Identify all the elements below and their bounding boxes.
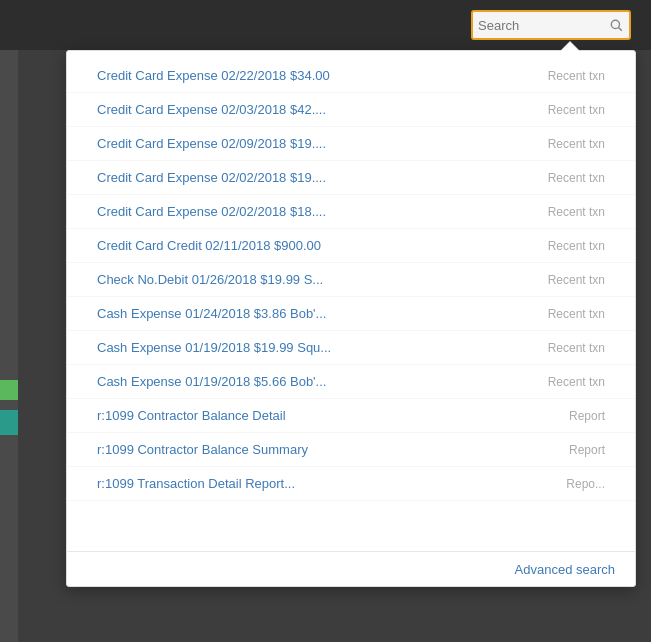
list-item[interactable]: Cash Expense 01/19/2018 $5.66 Bob'...Rec… (67, 365, 635, 399)
item-category: Recent txn (535, 103, 615, 117)
svg-line-1 (619, 28, 622, 31)
search-icon[interactable] (603, 11, 629, 39)
item-category: Recent txn (535, 341, 615, 355)
list-item[interactable]: Credit Card Expense 02/02/2018 $19....Re… (67, 161, 635, 195)
item-label: Check No.Debit 01/26/2018 $19.99 S... (97, 272, 535, 287)
item-label: Credit Card Expense 02/09/2018 $19.... (97, 136, 535, 151)
item-category: Recent txn (535, 273, 615, 287)
advanced-search-link[interactable]: Advanced search (515, 562, 615, 577)
dropdown-footer: Advanced search (67, 551, 635, 586)
list-item[interactable]: Check No.Debit 01/26/2018 $19.99 S...Rec… (67, 263, 635, 297)
item-category: Recent txn (535, 375, 615, 389)
item-label: Credit Card Expense 02/22/2018 $34.00 (97, 68, 535, 83)
item-category: Recent txn (535, 239, 615, 253)
item-label: Credit Card Credit 02/11/2018 $900.00 (97, 238, 535, 253)
item-category: Report (535, 443, 615, 457)
search-box[interactable] (471, 10, 631, 40)
item-category: Recent txn (535, 171, 615, 185)
list-item[interactable]: Credit Card Expense 02/03/2018 $42....Re… (67, 93, 635, 127)
list-item[interactable]: Credit Card Expense 02/09/2018 $19....Re… (67, 127, 635, 161)
left-sidebar (0, 50, 18, 642)
item-label: Credit Card Expense 02/02/2018 $18.... (97, 204, 535, 219)
item-category: Report (535, 409, 615, 423)
item-label: Credit Card Expense 02/02/2018 $19.... (97, 170, 535, 185)
item-label: r:1099 Transaction Detail Report... (97, 476, 535, 491)
sidebar-teal-indicator (0, 410, 18, 435)
search-dropdown: Credit Card Expense 02/22/2018 $34.00Rec… (66, 50, 636, 587)
item-label: Cash Expense 01/19/2018 $19.99 Squ... (97, 340, 535, 355)
list-item[interactable]: Cash Expense 01/19/2018 $19.99 Squ...Rec… (67, 331, 635, 365)
top-bar (0, 0, 651, 50)
svg-point-0 (611, 20, 619, 28)
list-item[interactable]: Credit Card Expense 02/22/2018 $34.00Rec… (67, 59, 635, 93)
item-category: Recent txn (535, 69, 615, 83)
item-label: Credit Card Expense 02/03/2018 $42.... (97, 102, 535, 117)
list-item[interactable]: Credit Card Expense 02/02/2018 $18....Re… (67, 195, 635, 229)
list-item[interactable]: Credit Card Credit 02/11/2018 $900.00Rec… (67, 229, 635, 263)
item-category: Recent txn (535, 307, 615, 321)
list-item[interactable]: r:1099 Contractor Balance SummaryReport (67, 433, 635, 467)
item-label: r:1099 Contractor Balance Summary (97, 442, 535, 457)
item-category: Recent txn (535, 205, 615, 219)
item-label: r:1099 Contractor Balance Detail (97, 408, 535, 423)
list-item[interactable]: r:1099 Contractor Balance DetailReport (67, 399, 635, 433)
item-label: Cash Expense 01/24/2018 $3.86 Bob'... (97, 306, 535, 321)
list-item[interactable]: Cash Expense 01/24/2018 $3.86 Bob'...Rec… (67, 297, 635, 331)
sidebar-green-indicator (0, 380, 18, 400)
search-input[interactable] (473, 11, 603, 39)
item-category: Repo... (535, 477, 615, 491)
list-item[interactable]: r:1099 Transaction Detail Report...Repo.… (67, 467, 635, 501)
item-category: Recent txn (535, 137, 615, 151)
search-results-list[interactable]: Credit Card Expense 02/22/2018 $34.00Rec… (67, 51, 635, 551)
item-label: Cash Expense 01/19/2018 $5.66 Bob'... (97, 374, 535, 389)
